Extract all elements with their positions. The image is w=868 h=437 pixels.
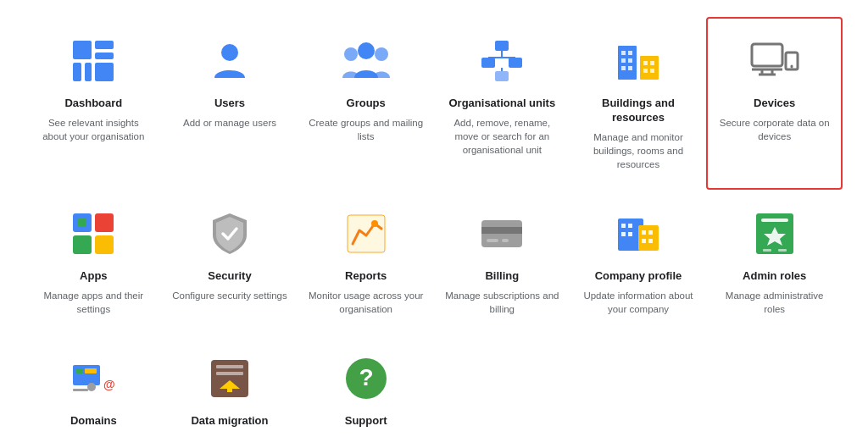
card-desc-dashboard: See relevant insights about your organis… [36, 116, 152, 143]
svg-rect-21 [621, 58, 626, 63]
svg-rect-73 [227, 387, 232, 392]
svg-rect-37 [95, 213, 114, 232]
card-users[interactable]: Users Add or manage users [162, 17, 298, 190]
svg-rect-68 [73, 389, 88, 391]
svg-rect-55 [642, 230, 646, 235]
svg-rect-52 [628, 224, 632, 228]
card-title-domains: Domains [70, 414, 117, 429]
card-domains[interactable]: @ Domains Manage your domains [25, 335, 162, 437]
svg-rect-48 [502, 239, 509, 242]
svg-rect-47 [487, 239, 498, 242]
card-buildings[interactable]: Buildings and resources Manage and monit… [570, 17, 707, 190]
card-support[interactable]: ? Support Talk to our support team [298, 335, 434, 437]
svg-rect-63 [73, 365, 100, 385]
card-security[interactable]: Security Configure security settings [162, 190, 298, 335]
groups-icon [341, 36, 392, 86]
card-title-billing: Billing [485, 269, 519, 284]
card-title-reports: Reports [345, 269, 387, 284]
card-desc-org-units: Add, remove, rename, move or search for … [444, 116, 560, 157]
svg-rect-29 [752, 44, 782, 66]
svg-rect-28 [650, 69, 654, 73]
svg-rect-38 [73, 235, 92, 254]
svg-rect-39 [95, 235, 114, 254]
card-groups[interactable]: Groups Create groups and mailing lists [298, 17, 434, 190]
svg-rect-0 [73, 41, 92, 59]
card-title-buildings: Buildings and resources [581, 97, 697, 125]
svg-rect-60 [761, 218, 788, 222]
svg-rect-71 [216, 372, 243, 375]
card-title-security: Security [208, 269, 251, 284]
card-billing[interactable]: Billing Manage subscriptions and billing [434, 190, 570, 335]
card-admin-roles[interactable]: Admin roles Manage administrative roles [706, 190, 843, 335]
card-title-org-units: Organisational units [448, 97, 555, 111]
svg-rect-10 [495, 41, 509, 51]
svg-rect-64 [76, 368, 83, 373]
card-desc-billing: Manage subscriptions and billing [444, 289, 560, 316]
users-icon [204, 36, 255, 86]
svg-point-44 [371, 220, 378, 227]
card-desc-support: Talk to our support team [314, 434, 418, 437]
svg-rect-1 [95, 41, 114, 49]
svg-rect-56 [648, 230, 653, 235]
card-dashboard[interactable]: Dashboard See relevant insights about yo… [25, 17, 162, 190]
svg-rect-3 [73, 63, 81, 81]
card-desc-users: Add or manage users [183, 116, 276, 130]
reports-icon [341, 208, 392, 259]
svg-rect-46 [481, 227, 522, 234]
domains-icon: @ [68, 353, 119, 404]
svg-rect-25 [643, 61, 648, 65]
svg-rect-51 [621, 224, 626, 228]
devices-icon [749, 36, 800, 86]
svg-rect-27 [643, 69, 648, 73]
billing-icon [476, 208, 527, 259]
card-reports[interactable]: Reports Monitor usage across your organi… [298, 190, 434, 335]
svg-rect-26 [650, 61, 654, 65]
svg-rect-54 [628, 232, 632, 236]
svg-rect-20 [628, 51, 632, 55]
card-desc-company-profile: Update information about your company [581, 289, 697, 316]
support-icon: ? [341, 353, 392, 404]
company-profile-icon [613, 208, 664, 259]
admin-roles-icon [749, 208, 800, 259]
card-desc-reports: Monitor usage across your organisation [308, 289, 424, 316]
card-title-company-profile: Company profile [595, 269, 682, 284]
card-title-admin-roles: Admin roles [743, 269, 806, 284]
svg-rect-2 [95, 53, 114, 59]
card-desc-admin-roles: Manage administrative roles [716, 289, 832, 316]
dashboard-icon [68, 36, 119, 86]
admin-grid: Dashboard See relevant insights about yo… [0, 0, 868, 437]
apps-icon [68, 208, 119, 259]
svg-point-66 [87, 383, 96, 391]
svg-rect-57 [642, 239, 646, 243]
svg-point-6 [221, 44, 238, 61]
card-data-migration[interactable]: Data migration Manage migration [162, 335, 298, 437]
card-devices[interactable]: Devices Secure corporate data on devices [706, 17, 843, 190]
svg-rect-22 [628, 58, 632, 63]
card-title-apps: Apps [80, 269, 108, 284]
card-desc-buildings: Manage and monitor buildings, rooms and … [581, 130, 697, 171]
svg-rect-53 [621, 232, 626, 236]
card-desc-groups: Create groups and mailing lists [308, 116, 424, 143]
svg-rect-24 [628, 66, 632, 70]
svg-text:?: ? [359, 364, 373, 390]
card-company-profile[interactable]: Company profile Update information about… [570, 190, 707, 335]
svg-rect-17 [618, 46, 637, 80]
card-org-units[interactable]: Organisational units Add, remove, rename… [434, 17, 570, 190]
org-units-icon [476, 36, 527, 86]
svg-rect-18 [640, 56, 659, 80]
svg-rect-50 [638, 225, 659, 251]
card-title-groups: Groups [347, 97, 386, 111]
card-title-users: Users [214, 97, 245, 111]
svg-rect-15 [495, 71, 509, 81]
svg-rect-4 [85, 63, 92, 81]
svg-rect-41 [80, 220, 85, 225]
svg-rect-5 [95, 63, 114, 81]
card-title-devices: Devices [754, 97, 795, 111]
svg-rect-19 [621, 51, 626, 55]
card-desc-devices: Secure corporate data on devices [716, 116, 832, 143]
security-icon [204, 208, 255, 259]
card-apps[interactable]: Apps Manage apps and their settings [25, 190, 162, 335]
svg-rect-62 [778, 249, 787, 252]
card-desc-data-migration: Manage migration [191, 434, 269, 437]
card-title-data-migration: Data migration [191, 414, 268, 429]
